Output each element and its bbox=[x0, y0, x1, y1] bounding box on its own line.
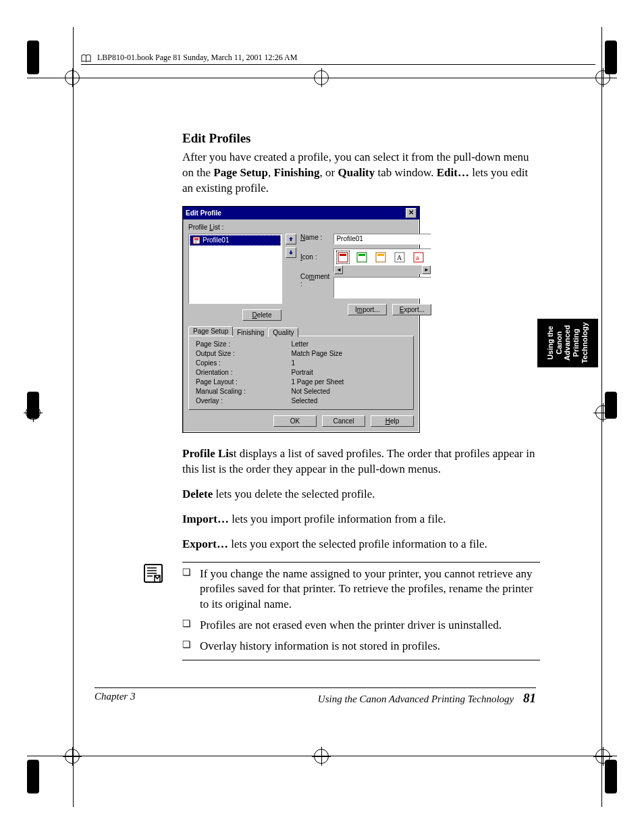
note-icon bbox=[143, 563, 163, 583]
property-row: Page Layout :1 Page per Sheet bbox=[196, 378, 406, 386]
property-key: Manual Scaling : bbox=[196, 388, 290, 396]
header-text: LBP810-01.book Page 81 Sunday, March 11,… bbox=[97, 53, 297, 62]
comment-input[interactable] bbox=[333, 277, 431, 298]
registration-mark-icon bbox=[65, 749, 80, 764]
footer-chapter: Chapter 3 bbox=[95, 691, 135, 706]
svg-rect-8 bbox=[358, 254, 365, 256]
dialog-title: Edit Profile bbox=[186, 209, 221, 217]
delete-button[interactable]: Delete bbox=[242, 309, 281, 321]
desc-profile-list: Profile List displays a list of saved pr… bbox=[182, 446, 540, 477]
close-icon[interactable]: ✕ bbox=[406, 208, 417, 218]
note-item: Profiles are not erased even when the pr… bbox=[182, 618, 540, 633]
registration-mark-icon bbox=[314, 749, 329, 764]
binding-mark-icon bbox=[27, 41, 39, 74]
chapter-thumb-tab: Using the Canon Advanced Printing Techno… bbox=[537, 319, 598, 367]
tab-quality[interactable]: Quality bbox=[268, 328, 298, 337]
property-row: Orientation :Portrait bbox=[196, 369, 406, 377]
edit-profile-dialog: Edit Profile ✕ Profile List : Profile01 bbox=[182, 206, 420, 433]
binding-mark-icon bbox=[605, 41, 617, 74]
icon-scrollbar[interactable]: ◄ ► bbox=[334, 265, 431, 274]
binding-mark-icon bbox=[605, 760, 617, 793]
registration-mark-icon bbox=[65, 70, 80, 85]
book-icon bbox=[81, 54, 91, 63]
profile-item-label: Profile01 bbox=[203, 236, 229, 244]
icon-option[interactable]: a bbox=[412, 251, 425, 264]
icon-label: Icon : bbox=[300, 253, 329, 261]
property-key: Orientation : bbox=[196, 369, 290, 377]
icon-option[interactable] bbox=[374, 251, 387, 264]
comment-label: Comment : bbox=[300, 273, 329, 288]
property-row: Output Size :Match Page Size bbox=[196, 350, 406, 358]
icon-option[interactable] bbox=[336, 251, 350, 264]
property-key: Overlay : bbox=[196, 397, 290, 405]
property-key: Page Size : bbox=[196, 340, 290, 348]
tab-finishing[interactable]: Finishing bbox=[232, 328, 269, 337]
footer-title: Using the Canon Advanced Printing Techno… bbox=[318, 694, 514, 704]
section-heading: Edit Profiles bbox=[182, 131, 540, 146]
ok-button[interactable]: OK bbox=[273, 415, 317, 427]
dialog-titlebar[interactable]: Edit Profile ✕ bbox=[183, 207, 419, 219]
icon-option[interactable]: A bbox=[393, 251, 406, 264]
property-value: Letter bbox=[292, 340, 407, 348]
move-down-button[interactable] bbox=[286, 247, 296, 258]
name-label: Name : bbox=[300, 234, 329, 241]
svg-rect-6 bbox=[340, 254, 346, 256]
page-footer: Chapter 3 Using the Canon Advanced Print… bbox=[95, 687, 536, 706]
desc-import: Import… lets you import profile informat… bbox=[182, 512, 540, 527]
properties-table: Page Size :LetterOutput Size :Match Page… bbox=[194, 339, 408, 407]
property-value: Portrait bbox=[292, 369, 407, 377]
name-input-value: Profile01 bbox=[336, 235, 363, 242]
registration-mark-icon bbox=[314, 70, 329, 85]
note-item: If you change the name assigned to your … bbox=[182, 567, 540, 613]
property-row: Overlay :Selected bbox=[196, 397, 406, 405]
property-row: Manual Scaling :Not Selected bbox=[196, 388, 406, 396]
page-header: LBP810-01.book Page 81 Sunday, March 11,… bbox=[81, 53, 595, 65]
desc-export: Export… lets you export the selected pro… bbox=[182, 537, 540, 552]
note-item: Overlay history information is not store… bbox=[182, 639, 540, 654]
icon-picker[interactable]: A a ◄ ► bbox=[333, 249, 431, 273]
export-button[interactable]: Export... bbox=[392, 304, 431, 315]
binding-mark-icon bbox=[605, 392, 617, 419]
chapter-thumb-label: Using the Canon Advanced Printing Techno… bbox=[546, 320, 589, 366]
intro-paragraph: After you have created a profile, you ca… bbox=[182, 150, 540, 197]
property-value: Selected bbox=[292, 397, 407, 405]
move-up-button[interactable] bbox=[286, 234, 296, 244]
property-value: Not Selected bbox=[292, 388, 407, 396]
property-key: Output Size : bbox=[196, 350, 290, 358]
desc-delete: Delete lets you delete the selected prof… bbox=[182, 487, 540, 502]
property-value: 1 bbox=[292, 359, 407, 367]
property-row: Page Size :Letter bbox=[196, 340, 406, 348]
import-button[interactable]: Import... bbox=[348, 304, 387, 315]
svg-rect-10 bbox=[377, 254, 384, 256]
footer-page-number: 81 bbox=[523, 691, 536, 705]
scroll-left-icon[interactable]: ◄ bbox=[334, 265, 343, 274]
property-value: Match Page Size bbox=[292, 350, 407, 358]
scroll-right-icon[interactable]: ► bbox=[422, 265, 431, 274]
svg-text:A: A bbox=[397, 254, 402, 261]
crop-line-left bbox=[73, 27, 74, 807]
property-value: 1 Page per Sheet bbox=[292, 378, 407, 386]
svg-rect-4 bbox=[194, 242, 197, 242]
tab-panel: Page Size :LetterOutput Size :Match Page… bbox=[188, 336, 414, 410]
svg-text:a: a bbox=[416, 254, 419, 261]
svg-rect-3 bbox=[194, 240, 198, 241]
svg-rect-2 bbox=[194, 238, 198, 240]
property-key: Page Layout : bbox=[196, 378, 290, 386]
name-input[interactable]: Profile01 bbox=[333, 234, 431, 244]
help-button[interactable]: Help bbox=[371, 415, 414, 427]
binding-mark-icon bbox=[27, 392, 39, 419]
cancel-button[interactable]: Cancel bbox=[322, 415, 365, 427]
property-tabs: Page Setup Finishing Quality bbox=[188, 326, 414, 336]
property-key: Copies : bbox=[196, 359, 290, 367]
profile-item-icon bbox=[192, 236, 200, 244]
binding-mark-icon bbox=[27, 760, 39, 793]
profile-list-box[interactable]: Profile01 bbox=[188, 234, 282, 304]
profile-list-label: Profile List : bbox=[188, 224, 223, 231]
arrow-up-icon bbox=[288, 236, 294, 242]
profile-list-item[interactable]: Profile01 bbox=[190, 235, 281, 246]
tab-page-setup[interactable]: Page Setup bbox=[188, 326, 233, 336]
property-row: Copies :1 bbox=[196, 359, 406, 367]
arrow-down-icon bbox=[288, 249, 294, 256]
icon-option[interactable] bbox=[355, 251, 369, 264]
note-block: If you change the name assigned to your … bbox=[182, 562, 540, 661]
